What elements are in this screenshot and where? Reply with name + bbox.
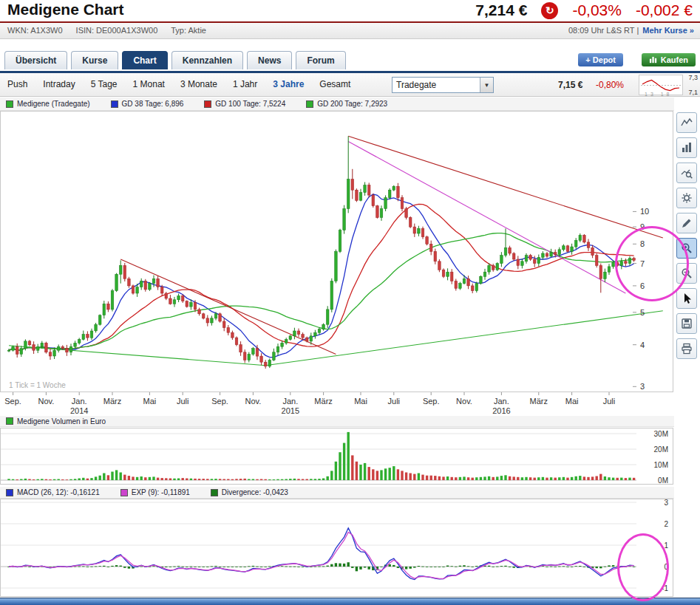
svg-text:Mai: Mai	[565, 397, 579, 406]
bottom-bar	[0, 598, 700, 605]
period-5-tage[interactable]: 5 Tage	[91, 79, 118, 89]
current-price: 7,214 €	[475, 1, 527, 19]
line-style-tool-button[interactable]	[676, 112, 697, 133]
medigene-chart-page: Medigene Chart 7,214 € ↻ -0,03% -0,002 €…	[0, 0, 700, 605]
tab-kurse[interactable]: Kurse	[71, 51, 118, 69]
cursor-icon	[681, 293, 693, 304]
printer-icon	[681, 343, 693, 355]
time-label: 08:09 Uhr L&S RT |	[568, 26, 639, 35]
period-links: Push Intraday 5 Tage 1 Monat 3 Monate 1 …	[7, 79, 350, 89]
series-color-swatch	[6, 417, 13, 425]
legend-label: GD 100 Tage: 7,5224	[215, 100, 285, 108]
zoom-out-icon	[681, 267, 693, 279]
macd-chart[interactable]: 3210-1	[0, 499, 674, 597]
add-depot-button[interactable]: + Depot	[578, 53, 623, 66]
period-intraday[interactable]: Intraday	[43, 79, 75, 89]
legend-item: GD 100 Tage: 7,5224	[204, 100, 285, 108]
svg-text:März: März	[314, 397, 332, 406]
series-color-swatch	[204, 100, 211, 108]
isin-label: ISIN: DE000A1X3W00	[76, 26, 158, 35]
change-absolute: -0,002 €	[636, 1, 693, 19]
main-price-chart[interactable]: 109876543Sep.Nov.Jan.2014MärzMaiJuliSep.…	[0, 111, 674, 415]
tab-kennzahlen[interactable]: Kennzahlen	[171, 51, 243, 69]
svg-text:1: 1	[664, 541, 668, 550]
chart-type-tool-button[interactable]	[676, 137, 697, 158]
kaufen-button[interactable]: Kaufen	[642, 53, 696, 66]
svg-text:Mai: Mai	[354, 397, 367, 406]
tick-interval-note: 1 Tick = 1 Woche	[9, 381, 66, 389]
save-tool-button[interactable]	[676, 313, 697, 334]
exchange-select[interactable]: Tradegate ▼	[392, 77, 494, 93]
svg-text:Juli: Juli	[388, 397, 401, 406]
volume-chart[interactable]: 30M20M10M0M	[0, 428, 674, 485]
more-quotes-link[interactable]: Mehr Kurse »	[642, 26, 694, 35]
zoom-out-tool-button[interactable]	[676, 263, 697, 284]
period-push[interactable]: Push	[7, 79, 27, 89]
indicators-tool-button[interactable]	[676, 163, 697, 183]
period-3-monate[interactable]: 3 Monate	[180, 79, 217, 89]
select-dropdown-arrow-icon[interactable]: ▼	[480, 78, 493, 92]
svg-text:Nov.: Nov.	[38, 397, 54, 406]
period-gesamt[interactable]: Gesamt	[319, 79, 350, 89]
cursor-tool-button[interactable]	[676, 288, 697, 309]
svg-text:9: 9	[640, 222, 645, 231]
svg-text:Juli: Juli	[177, 397, 189, 406]
quote-summary: 7,214 € ↻ -0,03% -0,002 €	[475, 1, 693, 19]
page-title: Medigene Chart	[7, 1, 124, 18]
line-chart-icon	[681, 117, 693, 129]
period-3-jahre[interactable]: 3 Jahre	[273, 79, 304, 89]
svg-text:4: 4	[640, 341, 645, 349]
macd-chart-canvas[interactable]: 3210-1	[0, 499, 674, 597]
chart-toolbar: Push Intraday 5 Tage 1 Monat 3 Monate 1 …	[0, 73, 700, 97]
sparkline-high-label: 7,3	[688, 74, 698, 81]
svg-text:Mai: Mai	[143, 397, 157, 406]
draw-tool-button[interactable]	[676, 213, 697, 233]
series-color-swatch	[306, 100, 313, 108]
svg-text:0M: 0M	[658, 476, 668, 485]
sparkline-low-label: 7,1	[688, 89, 698, 96]
svg-text:Nov.: Nov.	[245, 397, 261, 406]
series-color-swatch	[6, 489, 13, 496]
svg-text:Jan.: Jan.	[494, 397, 509, 406]
svg-text:30M: 30M	[654, 430, 668, 438]
save-icon	[681, 318, 693, 329]
legend-label: Medigene (Tradegate)	[17, 100, 90, 108]
legend-item: GD 38 Tage: 6,896	[111, 100, 184, 108]
volume-chart-canvas[interactable]: 30M20M10M0M	[0, 428, 674, 485]
series-color-swatch	[120, 489, 128, 496]
macd-legend: MACD (26, 12): -0,16121 EXP (9): -0,1189…	[0, 487, 674, 499]
tab-forum[interactable]: Forum	[296, 51, 345, 69]
svg-text:Jan.: Jan.	[72, 397, 87, 406]
period-1-jahr[interactable]: 1 Jahr	[233, 79, 257, 89]
svg-text:Jan.: Jan.	[282, 397, 298, 406]
toolbar-change: -0,80%	[596, 80, 624, 90]
settings-tool-button[interactable]	[676, 188, 697, 208]
legend-item: GD 200 Tage: 7,2923	[306, 100, 387, 108]
legend-label: EXP (9): -0,11891	[132, 488, 190, 496]
tab-uebersicht[interactable]: Übersicht	[4, 51, 67, 69]
svg-text:8: 8	[640, 239, 645, 248]
zoom-in-tool-button[interactable]	[676, 238, 697, 259]
svg-text:10M: 10M	[654, 461, 668, 469]
tab-news[interactable]: News	[247, 51, 292, 69]
legend-label: Divergence: -0,0423	[222, 488, 288, 496]
svg-text:Sep.: Sep.	[4, 397, 21, 406]
svg-text:3: 3	[664, 499, 668, 507]
legend-item: Divergence: -0,0423	[211, 488, 288, 496]
kaufen-label: Kaufen	[661, 55, 688, 64]
tab-chart[interactable]: Chart	[122, 51, 167, 69]
mini-candles-icon	[649, 56, 657, 64]
legend-item: EXP (9): -0,11891	[120, 488, 190, 496]
candlestick-chart-canvas[interactable]: 109876543Sep.Nov.Jan.2014MärzMaiJuliSep.…	[0, 111, 674, 415]
main-chart-legend: Medigene (Tradegate) GD 38 Tage: 6,896 G…	[0, 98, 674, 111]
quote-time: 08:09 Uhr L&S RT | Mehr Kurse »	[568, 26, 694, 35]
period-1-monat[interactable]: 1 Monat	[133, 79, 165, 89]
legend-label: MACD (26, 12): -0,16121	[17, 488, 100, 496]
print-tool-button[interactable]	[676, 338, 697, 359]
svg-text:Sep.: Sep.	[423, 397, 440, 406]
toolbar-price: 7,15 €	[558, 80, 582, 90]
svg-text:6: 6	[640, 281, 645, 290]
svg-text:7: 7	[640, 259, 645, 268]
header: Medigene Chart 7,214 € ↻ -0,03% -0,002 €	[0, 0, 700, 21]
pencil-icon	[681, 217, 693, 229]
